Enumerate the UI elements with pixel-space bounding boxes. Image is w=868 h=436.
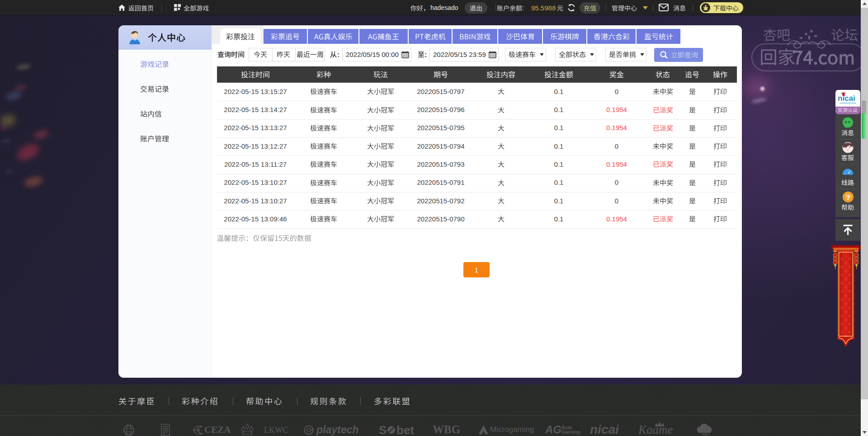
svg-text:?: ?	[846, 193, 850, 201]
svg-text:nicai: nicai	[838, 94, 855, 103]
